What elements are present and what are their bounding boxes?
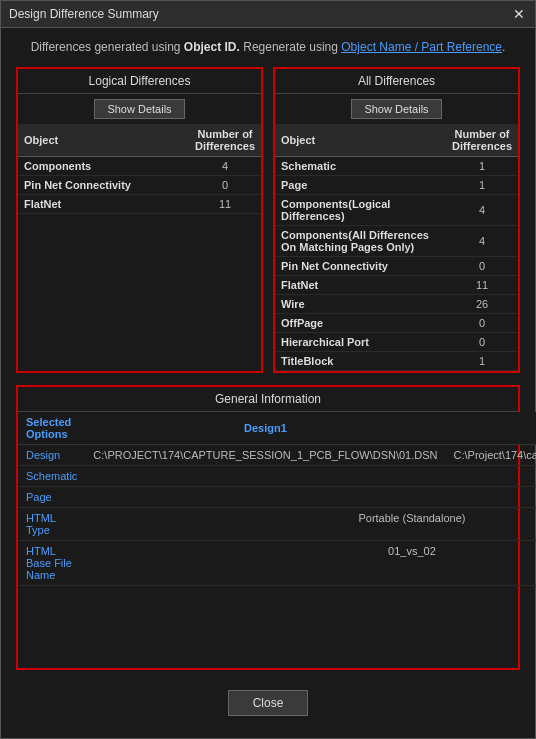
- table-row: TitleBlock 1: [275, 352, 518, 371]
- object-label: Page: [275, 176, 446, 195]
- window-title: Design Difference Summary: [9, 7, 159, 21]
- general-col-label: Selected Options: [18, 412, 85, 445]
- design2-value: [446, 487, 536, 508]
- list-item: Schematic: [18, 466, 536, 487]
- table-row: OffPage 0: [275, 314, 518, 333]
- design1-value: [85, 466, 445, 487]
- all-col-object: Object: [275, 124, 446, 157]
- all-show-details-button[interactable]: Show Details: [351, 99, 441, 119]
- list-item: HTML Base File Name 01_vs_02: [18, 541, 536, 586]
- list-item: Page: [18, 487, 536, 508]
- close-button[interactable]: Close: [228, 690, 309, 716]
- logical-show-details-button[interactable]: Show Details: [94, 99, 184, 119]
- all-differences-panel: All Differences Show Details Object Numb…: [273, 67, 520, 373]
- object-label: FlatNet: [275, 276, 446, 295]
- table-row: Components(Logical Differences) 4: [275, 195, 518, 226]
- general-col-design1: Design1: [85, 412, 445, 445]
- design1-value: C:\PROJECT\174\CAPTURE_SESSION_1_PCB_FLO…: [85, 445, 445, 466]
- number-value: 0: [446, 314, 518, 333]
- table-row: Wire 26: [275, 295, 518, 314]
- title-bar: Design Difference Summary ✕: [1, 1, 535, 28]
- design2-value: [446, 466, 536, 487]
- design1-value: [85, 487, 445, 508]
- main-window: Design Difference Summary ✕ Differences …: [0, 0, 536, 739]
- row-value: 01_vs_02: [85, 541, 536, 586]
- object-label: Hierarchical Port: [275, 333, 446, 352]
- footer: Close: [16, 682, 520, 728]
- number-value: 1: [446, 352, 518, 371]
- header-description: Differences generated using Object ID. R…: [16, 38, 520, 57]
- object-label: Components(All Differences On Matching P…: [275, 226, 446, 257]
- row-label: Schematic: [18, 466, 85, 487]
- number-value: 11: [189, 195, 261, 214]
- number-value: 0: [189, 176, 261, 195]
- header-bold: Object ID.: [184, 40, 240, 54]
- logical-panel-title: Logical Differences: [18, 69, 261, 94]
- list-item: HTML Type Portable (Standalone): [18, 508, 536, 541]
- table-row: Schematic 1: [275, 157, 518, 176]
- number-value: 0: [446, 333, 518, 352]
- general-panel-title: General Information: [18, 387, 518, 412]
- table-row: Page 1: [275, 176, 518, 195]
- general-info-table: Selected Options Design1 Design2 Design …: [18, 412, 536, 586]
- row-label: Page: [18, 487, 85, 508]
- object-label: Components: [18, 157, 189, 176]
- table-row: Components 4: [18, 157, 261, 176]
- logical-differences-panel: Logical Differences Show Details Object …: [16, 67, 263, 373]
- logical-diff-table: Object Number of Differences Components …: [18, 124, 261, 214]
- window-close-button[interactable]: ✕: [511, 6, 527, 22]
- table-row: FlatNet 11: [275, 276, 518, 295]
- logical-col-object: Object: [18, 124, 189, 157]
- object-label: Schematic: [275, 157, 446, 176]
- header-prefix: Differences generated using: [31, 40, 184, 54]
- object-label: OffPage: [275, 314, 446, 333]
- table-row: FlatNet 11: [18, 195, 261, 214]
- object-label: Pin Net Connectivity: [275, 257, 446, 276]
- number-value: 26: [446, 295, 518, 314]
- table-row: Components(All Differences On Matching P…: [275, 226, 518, 257]
- diff-tables-row: Logical Differences Show Details Object …: [16, 67, 520, 373]
- number-value: 0: [446, 257, 518, 276]
- table-row: Pin Net Connectivity 0: [275, 257, 518, 276]
- all-diff-table: Object Number of Differences Schematic 1…: [275, 124, 518, 371]
- list-item: Design C:\PROJECT\174\CAPTURE_SESSION_1_…: [18, 445, 536, 466]
- number-value: 4: [446, 226, 518, 257]
- row-label: Design: [18, 445, 85, 466]
- header-middle: Regenerate using: [240, 40, 341, 54]
- table-row: Hierarchical Port 0: [275, 333, 518, 352]
- all-col-number: Number of Differences: [446, 124, 518, 157]
- main-content: Differences generated using Object ID. R…: [1, 28, 535, 738]
- logical-col-number: Number of Differences: [189, 124, 261, 157]
- number-value: 11: [446, 276, 518, 295]
- object-label: Wire: [275, 295, 446, 314]
- object-label: Components(Logical Differences): [275, 195, 446, 226]
- general-col-design2: Design2: [446, 412, 536, 445]
- object-label: TitleBlock: [275, 352, 446, 371]
- row-value: Portable (Standalone): [85, 508, 536, 541]
- design2-value: C:\Project\174\capture_session_1_pcb_flo…: [446, 445, 536, 466]
- number-value: 4: [189, 157, 261, 176]
- number-value: 4: [446, 195, 518, 226]
- object-name-link[interactable]: Object Name / Part Reference: [341, 40, 502, 54]
- row-label: HTML Base File Name: [18, 541, 85, 586]
- general-information-panel: General Information Selected Options Des…: [16, 385, 520, 670]
- object-label: Pin Net Connectivity: [18, 176, 189, 195]
- header-suffix: .: [502, 40, 505, 54]
- table-row: Pin Net Connectivity 0: [18, 176, 261, 195]
- row-label: HTML Type: [18, 508, 85, 541]
- number-value: 1: [446, 176, 518, 195]
- all-panel-title: All Differences: [275, 69, 518, 94]
- number-value: 1: [446, 157, 518, 176]
- object-label: FlatNet: [18, 195, 189, 214]
